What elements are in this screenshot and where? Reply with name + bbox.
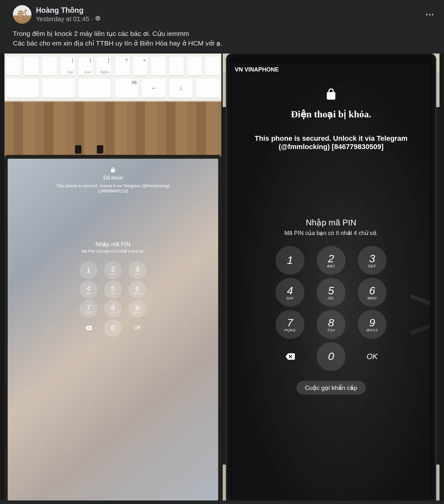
keypad-9[interactable]: 9WXYZ <box>128 300 146 318</box>
desk-surface <box>4 102 221 159</box>
phone-lock-msg2: (@fmmlocking) [846779830509] <box>278 143 383 151</box>
tablet-lock-status: Đã khóa <box>103 175 123 181</box>
keyboard-key: ↓ <box>169 78 193 98</box>
post-header: 🐒 Hoàng Thông Yesterday at 01:45 · <box>0 0 444 27</box>
post-text-line1: Trong đêm bị knock 2 máy liên tục các bá… <box>13 29 435 38</box>
keypad-8[interactable]: 8TUV <box>104 300 122 318</box>
keyboard: |Del}End]PgDn ?> Alt←↓ <box>4 54 221 102</box>
keyboard-key: |Del <box>60 56 75 76</box>
keypad-2[interactable]: 2ABC <box>104 261 122 279</box>
keypad-7[interactable]: 7PQRS <box>276 310 304 339</box>
keypad-2[interactable]: 2ABC <box>317 246 346 275</box>
keypad-0[interactable]: 0 <box>104 319 122 337</box>
phone-keypad: 12ABC3DEF4GHI5JKL6MNO7PQRS8TUV9WXYZ0OK <box>269 244 393 373</box>
keypad-3[interactable]: 3DEF <box>358 246 387 275</box>
keyboard-key: > <box>132 56 148 76</box>
keypad-8[interactable]: 8TUV <box>317 310 346 339</box>
post-meta: Yesterday at 01:45 · <box>36 15 101 23</box>
keyboard-key: ? <box>115 56 130 76</box>
avatar[interactable]: 🐒 <box>13 5 31 24</box>
keypad-0[interactable]: 0 <box>317 342 346 371</box>
keyboard-key <box>205 56 220 76</box>
keyboard-key <box>24 56 39 76</box>
keypad-1[interactable]: 1 <box>80 261 98 279</box>
keyboard-key: }End <box>78 56 93 76</box>
meta-dot: · <box>91 15 93 23</box>
phone-frame: VN VINAPHONE Điện thoại bị khóa. This ph… <box>226 54 436 500</box>
phone-lock-status: Điện thoại bị khóa. <box>291 108 371 120</box>
keypad-7[interactable]: 7PQRS <box>80 300 98 318</box>
tablet-lock-msg1: This phone is secured. Unlock it via Tel… <box>56 183 170 188</box>
keypad-6[interactable]: 6MNO <box>128 281 146 298</box>
author-block: Hoàng Thông Yesterday at 01:45 · <box>36 6 101 23</box>
image-grid: |Del}End]PgDn ?> Alt←↓ Đã khóa This phon… <box>0 54 444 500</box>
carrier-label: VN VINAPHONE <box>235 66 279 73</box>
backspace-icon[interactable] <box>276 342 304 371</box>
author-name[interactable]: Hoàng Thông <box>36 6 101 15</box>
keyboard-key: Alt <box>115 78 139 98</box>
tablet-pin-title: Nhập mã PIN <box>95 241 130 248</box>
keypad-4[interactable]: 4GHI <box>80 281 98 298</box>
keyboard-key <box>169 56 184 76</box>
keypad-5[interactable]: 5JKL <box>104 281 122 298</box>
keyboard-key <box>187 56 202 76</box>
post-text-line2: Các bác cho em xin địa chỉ TTBH uy tín ở… <box>13 38 435 48</box>
keyboard-key <box>150 56 166 76</box>
tablet-keypad: 12ABC3DEF4GHI5JKL6MNO7PQRS8TUV9WXYZ0OK <box>77 261 149 337</box>
keypad-6[interactable]: 6MNO <box>358 278 387 307</box>
tablet-screen: Đã khóa This phone is secured. Unlock it… <box>8 159 218 500</box>
phone-screen: VN VINAPHONE Điện thoại bị khóa. This ph… <box>232 63 430 500</box>
post-timestamp[interactable]: Yesterday at 01:45 <box>36 15 89 23</box>
phone-lock-msg1: This phone is secured. Unlock it via Tel… <box>255 134 407 143</box>
more-button[interactable] <box>423 8 436 21</box>
image-right[interactable]: VN VINAPHONE Điện thoại bị khóa. This ph… <box>223 54 440 500</box>
keyboard-key <box>42 78 75 98</box>
keypad-4[interactable]: 4GHI <box>276 278 304 307</box>
tablet-frame: Đã khóa This phone is secured. Unlock it… <box>4 155 221 500</box>
keypad-ok[interactable]: OK <box>358 342 387 371</box>
keypad-1[interactable]: 1 <box>276 246 304 275</box>
phone-pin-sub: Mã PIN của bạn có ít nhất 4 chữ số. <box>284 230 378 237</box>
keyboard-key <box>6 78 39 98</box>
image-left[interactable]: |Del}End]PgDn ?> Alt←↓ Đã khóa This phon… <box>4 54 221 500</box>
keypad-9[interactable]: 9WXYZ <box>358 310 387 339</box>
backspace-icon[interactable] <box>80 319 98 337</box>
more-icon <box>426 14 433 15</box>
globe-icon[interactable] <box>95 15 101 23</box>
lock-icon <box>110 167 116 174</box>
keyboard-key <box>42 56 57 76</box>
tablet-pin-sub: Mã PIN của bạn có ít nhất 4 chữ số. <box>82 249 144 254</box>
keyboard-key <box>196 78 220 98</box>
lock-icon <box>325 88 337 102</box>
keyboard-key: ← <box>141 78 166 98</box>
keypad-ok[interactable]: OK <box>128 319 146 337</box>
keypad-3[interactable]: 3DEF <box>128 261 146 279</box>
keypad-5[interactable]: 5JKL <box>317 278 346 307</box>
phone-pin-title: Nhập mã PIN <box>306 218 356 228</box>
keyboard-key <box>6 56 21 76</box>
emergency-call-button[interactable]: Cuộc gọi khẩn cấp <box>296 381 365 395</box>
post-body: Trong đêm bị knock 2 máy liên tục các bá… <box>0 27 444 52</box>
keyboard-key <box>78 78 111 98</box>
keyboard-key: ]PgDn <box>96 56 111 76</box>
screen-crack-overlay <box>411 191 430 416</box>
tablet-lock-msg2: [199856683210] <box>98 189 128 193</box>
header-left: 🐒 Hoàng Thông Yesterday at 01:45 · <box>13 5 101 24</box>
